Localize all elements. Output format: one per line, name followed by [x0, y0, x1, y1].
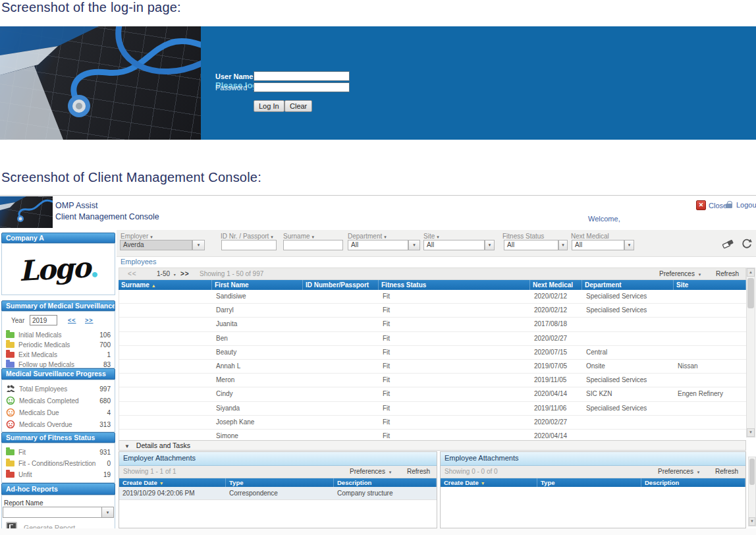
stat-row-unfit[interactable]: Unfit 19 [2, 469, 115, 480]
clear-filters-eraser-icon[interactable] [722, 237, 735, 250]
employee-attachments-preferences-button[interactable]: Preferences ▾ [658, 468, 699, 475]
scroll-down-icon[interactable]: ▼ [749, 517, 755, 526]
employee-row[interactable]: Beauty Fit 2020/07/15 Central [119, 346, 746, 360]
fitness-status-select-arrow-button[interactable]: ▾ [558, 240, 568, 250]
column-header-next-medical[interactable]: Next Medical [530, 280, 582, 290]
login-button[interactable]: Log In [254, 100, 284, 112]
column-header-fitness-status[interactable]: Fitness Status [379, 280, 530, 290]
department-select-arrow-button[interactable]: ▾ [408, 240, 420, 250]
employer-attachments-refresh-button[interactable]: Refresh [407, 468, 430, 475]
dropdown-arrow-icon: ▾ [312, 235, 315, 239]
next-medical-select[interactable]: All [572, 240, 624, 250]
employee-row[interactable]: Annah L Fit 2019/07/05 Onsite Nissan [119, 360, 746, 374]
cell-next-medical: 2019/07/05 [531, 360, 583, 373]
cell-department: Specialised Services [583, 304, 674, 317]
username-input[interactable] [254, 71, 350, 81]
column-header-description[interactable]: Description [334, 478, 437, 487]
scrollbar-thumb[interactable] [747, 278, 754, 308]
column-header-type[interactable]: Type [226, 478, 334, 487]
employer-select-arrow-button[interactable]: ▾ [192, 240, 205, 250]
report-name-select[interactable] [3, 507, 102, 518]
id-passport-input[interactable] [221, 240, 277, 250]
employees-toolbar: << 1-50 ▾ >> Showing 1 - 50 of 997 Prefe… [119, 268, 746, 280]
employee-row[interactable]: Ben Fit 2020/02/27 [119, 332, 746, 346]
cell-next-medical: 2020/07/15 [531, 346, 583, 359]
password-input[interactable] [254, 82, 350, 92]
year-input[interactable] [30, 315, 57, 325]
site-select[interactable]: All [423, 240, 485, 250]
scroll-up-icon[interactable]: ▲ [747, 268, 755, 277]
close-button[interactable]: ✕ Close [696, 200, 727, 210]
employer-attachments-panel: Employer Attachments Showing 1 - 1 of 1 … [119, 451, 437, 528]
stat-row-initial-medicals[interactable]: Initial Medicals 106 [2, 330, 115, 340]
column-header-department[interactable]: Department [582, 280, 674, 290]
employee-attachments-toolbar: Showing 0 - 0 of 0 Preferences ▾ Refresh [441, 466, 745, 478]
people-icon [6, 384, 15, 393]
stat-row-fit[interactable]: Fit 931 [2, 447, 115, 458]
year-row: Year << >> [2, 315, 115, 327]
column-header-id-number[interactable]: ID Number/Passport [303, 280, 379, 290]
column-header-description[interactable]: Description [641, 478, 745, 487]
employee-row[interactable]: Darryl Fit 2020/02/12 Specialised Servic… [119, 304, 746, 318]
fitness-status-select[interactable]: All [504, 240, 558, 250]
column-header-create-date[interactable]: Create Date▼ [441, 478, 537, 487]
stat-row-periodic-medicals[interactable]: Periodic Medicals 700 [2, 340, 115, 350]
column-header-create-date[interactable]: Create Date▼ [119, 478, 226, 487]
attachment-row[interactable]: 2019/10/29 04:20:06 PM Correspondence Co… [119, 487, 437, 500]
folder-blue-icon [6, 362, 14, 368]
year-prev-link[interactable]: << [68, 317, 76, 324]
column-header-site[interactable]: Site [674, 280, 746, 290]
column-header-surname[interactable]: Surname▲ [119, 280, 212, 290]
surname-input[interactable] [283, 240, 343, 250]
bottom-panel-scrollbar[interactable]: ▼ [748, 457, 756, 526]
cell-department [583, 416, 674, 429]
employer-filter-label: Employer▾ [121, 233, 153, 240]
collapse-icon: ▼ [124, 443, 130, 449]
next-medical-select-arrow-button[interactable]: ▾ [624, 240, 634, 250]
details-and-tasks-bar[interactable]: ▼ Details and Tasks [119, 440, 746, 451]
stat-row-fit-conditions[interactable]: Fit - Conditions/Restriction 0 [2, 458, 115, 469]
employee-row[interactable]: Siyanda Fit 2019/11/06 Specialised Servi… [119, 402, 746, 416]
employer-attachments-preferences-button[interactable]: Preferences ▾ [350, 468, 391, 475]
employee-row[interactable]: Meron Fit 2019/11/05 Specialised Service… [119, 374, 746, 387]
folder-red-icon [6, 352, 14, 358]
employees-preferences-button[interactable]: Preferences ▾ [659, 270, 701, 277]
employee-attachments-refresh-button[interactable]: Refresh [715, 468, 738, 475]
cell-fitness-status: Fit [379, 290, 531, 303]
cell-surname [119, 290, 213, 303]
cell-first-name: Sandisiwe [213, 290, 304, 303]
stat-row-medicals-overdue[interactable]: Medicals Overdue 313 [2, 418, 115, 430]
sort-asc-icon: ▲ [151, 283, 156, 288]
pager-range-dropdown[interactable]: 1-50 ▾ [157, 270, 176, 277]
stat-row-exit-medicals[interactable]: Exit Medicals 1 [2, 350, 115, 360]
employee-row[interactable]: Sandisiwe Fit 2020/02/12 Specialised Ser… [119, 290, 746, 304]
cell-id-number [304, 290, 379, 303]
employee-row[interactable]: Cindy Fit 2020/04/14 SIC KZN Engen Refin… [119, 387, 746, 401]
employee-row[interactable]: Joseph Kane Fit 2020/02/27 [119, 416, 746, 430]
employee-row[interactable]: Juanita Fit 2017/08/18 [119, 318, 746, 331]
pager-next-button[interactable]: >> [180, 270, 190, 277]
stat-label: Medicals Completed [19, 397, 99, 405]
scrollbar-thumb[interactable] [749, 459, 755, 485]
year-next-link[interactable]: >> [85, 317, 94, 324]
employees-scrollbar[interactable]: ▲ ▼ [746, 268, 755, 437]
stat-row-total-employees[interactable]: Total Employees 997 [2, 383, 115, 395]
stat-row-medicals-completed[interactable]: Medicals Completed 680 [2, 395, 115, 407]
cell-site [674, 402, 747, 415]
department-select[interactable]: All [348, 240, 408, 250]
logout-button[interactable]: Logout [725, 200, 756, 209]
stat-row-medicals-due[interactable]: Medicals Due 4 [2, 407, 115, 418]
employees-refresh-button[interactable]: Refresh [716, 270, 739, 277]
column-header-type[interactable]: Type [537, 478, 641, 487]
employer-select[interactable]: Averda [120, 240, 192, 250]
scroll-down-icon[interactable]: ▼ [747, 428, 755, 437]
cell-surname [119, 416, 213, 429]
clear-button[interactable]: Clear [284, 100, 312, 112]
column-header-first-name[interactable]: First Name [212, 280, 303, 290]
pager-prev-button[interactable]: << [128, 270, 137, 277]
site-select-arrow-button[interactable]: ▾ [485, 240, 495, 250]
report-name-select-arrow-button[interactable]: ▾ [101, 507, 114, 518]
refresh-filters-icon[interactable] [740, 237, 753, 250]
cell-next-medical: 2020/02/12 [531, 304, 583, 317]
dropdown-arrow-icon: ▾ [384, 235, 387, 239]
